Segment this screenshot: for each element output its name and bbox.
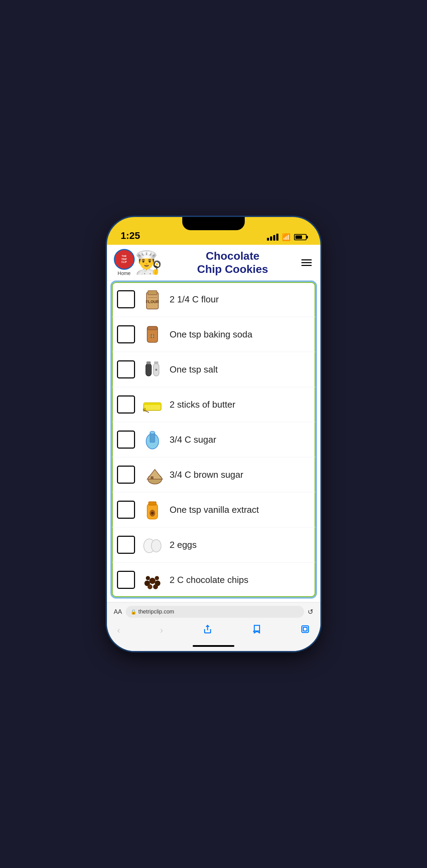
hamburger-menu[interactable] <box>300 258 313 268</box>
svg-rect-1 <box>148 291 157 295</box>
ingredient-icon: FLOUR <box>139 285 166 313</box>
chef-illustration: 👨‍🍳 <box>135 251 162 274</box>
ingredient-checkbox[interactable] <box>117 501 135 519</box>
svg-rect-9 <box>146 364 151 376</box>
ingredient-text: 3/4 C sugar <box>170 434 310 445</box>
ingredient-checkbox[interactable] <box>117 395 135 414</box>
svg-rect-10 <box>146 361 151 364</box>
app-header: THE TRIP CLIP Home 👨‍🍳 Chocolate Chip Co… <box>107 245 320 281</box>
ingredient-row: 2 sticks of butter <box>112 387 316 422</box>
home-indicator <box>107 643 320 651</box>
home-link[interactable]: Home <box>118 270 131 276</box>
phone-frame: 1:25 📶 THE TRIP CLIP <box>107 217 320 651</box>
forward-button[interactable]: › <box>160 625 163 636</box>
ingredient-row: 3/4 C brown sugar <box>112 457 316 492</box>
status-icons: 📶 <box>267 233 307 241</box>
ingredient-icon <box>139 496 166 524</box>
svg-point-34 <box>153 584 158 589</box>
svg-rect-25 <box>149 502 156 505</box>
ingredient-icon <box>139 391 166 418</box>
ingredient-text: 2 eggs <box>170 540 310 550</box>
ingredient-icon <box>139 356 166 383</box>
ingredient-text: One tsp vanilla extract <box>170 504 310 515</box>
ingredient-icon <box>139 320 166 348</box>
ingredient-checkbox[interactable] <box>117 325 135 343</box>
svg-rect-38 <box>302 626 309 633</box>
ingredient-checkbox[interactable] <box>117 360 135 378</box>
ingredient-text: One tsp salt <box>170 364 310 375</box>
ingredient-row: FLOUR 2 1/4 C flour <box>112 282 316 317</box>
svg-point-27 <box>151 512 154 515</box>
url-display: thetripclip.com <box>139 609 174 615</box>
svg-point-36 <box>155 576 159 580</box>
logo-area: THE TRIP CLIP Home <box>114 249 135 276</box>
ingredient-checkbox[interactable] <box>117 431 135 449</box>
logo-circle: THE TRIP CLIP <box>114 249 135 270</box>
svg-marker-22 <box>147 469 162 479</box>
url-bar[interactable]: 🔒 thetripclip.com <box>126 606 304 618</box>
battery-icon <box>294 234 307 240</box>
bookmarks-button[interactable] <box>252 625 261 636</box>
svg-point-20 <box>150 431 155 434</box>
ingredient-row: 2 C chocolate chips <box>112 562 316 597</box>
svg-point-29 <box>151 540 161 552</box>
browser-nav: ‹ › <box>107 621 320 643</box>
svg-text:FLOUR: FLOUR <box>146 300 159 304</box>
svg-rect-15 <box>144 403 161 405</box>
ingredient-text: 2 C chocolate chips <box>170 575 310 585</box>
share-button[interactable] <box>203 625 212 636</box>
ingredient-icon <box>139 566 166 594</box>
ingredient-icon <box>139 531 166 559</box>
ingredient-row: One tsp salt <box>112 352 316 387</box>
wifi-icon: 📶 <box>282 233 291 241</box>
browser-bar: AA 🔒 thetripclip.com ↺ <box>107 602 320 621</box>
ingredient-text: 2 sticks of butter <box>170 399 310 410</box>
ingredient-checkbox[interactable] <box>117 466 135 484</box>
ingredient-row: One tsp baking soda <box>112 317 316 352</box>
lock-icon: 🔒 <box>131 609 136 615</box>
notch <box>182 217 245 230</box>
status-bar: 1:25 📶 <box>107 217 320 245</box>
ingredient-icon <box>139 461 166 489</box>
ingredient-checkbox[interactable] <box>117 536 135 554</box>
ingredient-row: 2 eggs <box>112 527 316 562</box>
ingredient-text: 2 1/4 C flour <box>170 294 310 305</box>
ingredient-checkbox[interactable] <box>117 571 135 589</box>
page-title: Chocolate Chip Cookies <box>166 249 300 276</box>
tabs-button[interactable] <box>301 625 310 636</box>
svg-point-33 <box>148 584 152 589</box>
svg-point-31 <box>149 578 156 584</box>
ingredients-list: FLOUR 2 1/4 C flour One tsp baking soda … <box>110 281 317 599</box>
svg-point-35 <box>146 576 150 580</box>
ingredient-text: 3/4 C brown sugar <box>170 469 310 480</box>
ingredient-text: One tsp baking soda <box>170 329 310 340</box>
ingredient-checkbox[interactable] <box>117 290 135 308</box>
ingredient-icon <box>139 426 166 453</box>
svg-rect-23 <box>151 476 153 479</box>
back-button[interactable]: ‹ <box>117 625 120 636</box>
svg-rect-39 <box>303 627 307 631</box>
svg-rect-12 <box>154 361 158 364</box>
ingredient-row: 3/4 C sugar <box>112 422 316 457</box>
refresh-icon[interactable]: ↺ <box>308 608 313 616</box>
status-time: 1:25 <box>121 230 140 241</box>
signal-bars-icon <box>267 234 278 241</box>
svg-point-13 <box>155 369 157 371</box>
browser-content: THE TRIP CLIP Home 👨‍🍳 Chocolate Chip Co… <box>107 245 320 651</box>
ingredient-row: One tsp vanilla extract <box>112 492 316 527</box>
aa-text[interactable]: AA <box>114 608 122 616</box>
svg-rect-5 <box>148 326 157 330</box>
